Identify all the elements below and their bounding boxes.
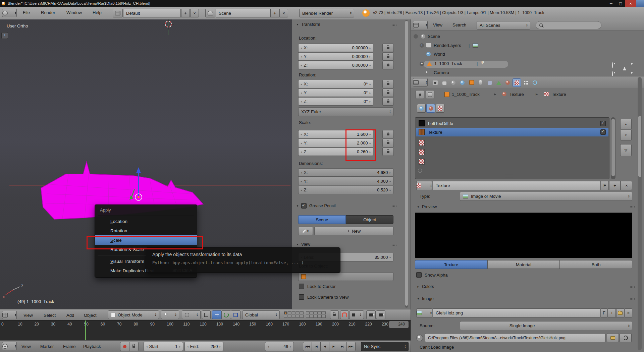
grease-pencil-panel-header[interactable]: Grease Pencil [296, 203, 335, 209]
layer-toggle[interactable] [300, 315, 304, 318]
editor-type-timeline-button[interactable] [2, 342, 17, 350]
layer-toggle[interactable] [284, 315, 287, 318]
layer-toggle[interactable] [306, 311, 310, 314]
rotation-y-field[interactable]: Y:0° [298, 89, 373, 97]
hide-toggle-eye-icon[interactable] [612, 62, 613, 68]
lock-rotation-x-button[interactable] [382, 80, 394, 88]
layer-toggle[interactable] [322, 311, 326, 314]
end-frame-field[interactable]: End:250 [184, 342, 223, 351]
screen-layout-browse-button[interactable] [113, 9, 123, 17]
jump-to-start-button[interactable]: |◀◀ [303, 342, 312, 351]
editor-type-3dview-button[interactable] [2, 311, 17, 319]
show-alpha-checkbox[interactable] [416, 272, 422, 278]
panel-drag-dots-icon[interactable] [630, 298, 635, 300]
grease-pencil-scene-tab[interactable]: Scene [298, 215, 346, 224]
texture-type-dropdown[interactable]: Image or Movie [460, 192, 632, 201]
browse-path-button[interactable] [607, 333, 619, 342]
layer-toggle[interactable] [296, 311, 300, 314]
outliner-view-menu[interactable]: View [433, 22, 442, 27]
layer-toggle[interactable] [284, 311, 287, 314]
keying-lock-button[interactable] [129, 342, 139, 351]
sync-mode-dropdown[interactable]: No Sync [361, 342, 409, 351]
image-name-field[interactable]: GleisHolz.png [433, 308, 600, 317]
layer-toggle[interactable] [300, 311, 304, 314]
layer-toggle[interactable] [318, 315, 322, 318]
layer-toggle[interactable] [288, 315, 291, 318]
panel-drag-dots-icon[interactable] [630, 286, 635, 288]
image-fake-user-button[interactable]: F [601, 308, 607, 317]
scene-browse-button[interactable] [205, 9, 215, 17]
preview-both-tab[interactable]: Both [560, 260, 632, 269]
play-button[interactable]: ▶ [329, 342, 338, 351]
location-y-field[interactable]: Y:0.00000 [298, 52, 373, 61]
timeline-view-menu[interactable]: View [21, 344, 31, 349]
scrollbar-thumb[interactable] [638, 116, 641, 177]
selectable-toggle-icon[interactable] [623, 70, 626, 76]
opengl-render-anim-button[interactable] [376, 310, 385, 319]
other-textures-tab[interactable] [436, 104, 444, 113]
slot-list-scrollbar[interactable] [611, 117, 615, 179]
mode-dropdown[interactable]: Object Mode [108, 310, 159, 319]
menu-item-rotation[interactable]: Rotation [95, 226, 197, 235]
breadcrumb-texture[interactable]: Texture [552, 92, 566, 97]
close-button[interactable]: × [625, 0, 636, 7]
current-frame-field[interactable]: 49 [265, 342, 294, 351]
reload-image-button[interactable] [620, 333, 632, 342]
outliner-row-track[interactable]: 1_1000_Track [434, 61, 462, 66]
rotation-mode-dropdown[interactable]: XYZ Euler [298, 107, 393, 116]
pin-id-button[interactable] [416, 90, 424, 99]
pivot-align-toggle[interactable] [202, 310, 211, 319]
menu-file[interactable]: File [23, 10, 30, 15]
lock-location-z-button[interactable] [382, 61, 394, 69]
view-menu[interactable]: View [23, 313, 33, 318]
layer-toggle[interactable] [296, 315, 300, 318]
jump-next-keyframe-button[interactable]: ▶| [338, 342, 347, 351]
show-alpha-row[interactable]: Show Alpha [416, 272, 448, 278]
texture-slot-loftexdiff[interactable]: LoftTexDiff.fx [416, 119, 608, 128]
lock-camera-checkbox[interactable] [299, 294, 304, 300]
dimension-y-field[interactable]: Y:4.000 [298, 177, 393, 185]
selectable-toggle-icon[interactable] [623, 61, 626, 67]
layer-toggle[interactable] [314, 311, 318, 314]
lock-scale-x-button[interactable] [382, 130, 394, 138]
snap-element-dropdown[interactable] [349, 310, 364, 319]
layer-toggle[interactable] [310, 315, 314, 318]
lock-location-x-button[interactable] [382, 44, 394, 52]
grease-pencil-object-tab[interactable]: Object [346, 215, 393, 224]
layer-toggle[interactable] [292, 311, 296, 314]
slot-move-down-button[interactable]: ▼ [620, 130, 632, 140]
play-reverse-button[interactable]: ◀ [320, 342, 329, 351]
dimension-z-field[interactable]: Z:0.520 [298, 186, 393, 194]
new-texture-button[interactable]: + [609, 181, 621, 190]
layer-toggle[interactable] [318, 311, 322, 314]
viewport-shading-dropdown[interactable] [161, 310, 179, 319]
expand-icon[interactable]: + [420, 43, 424, 48]
layer-toggle[interactable] [288, 311, 291, 314]
lock-rotation-z-button[interactable] [382, 97, 394, 106]
properties-tab-world[interactable] [458, 78, 467, 87]
properties-tab-physics[interactable] [531, 78, 539, 87]
jump-to-end-button[interactable]: ▶▶| [346, 342, 356, 351]
properties-scrollbar[interactable] [638, 77, 642, 350]
grease-pencil-checkbox[interactable] [301, 203, 307, 209]
screen-layout-field[interactable]: Default [123, 9, 181, 17]
colors-panel-header[interactable]: Colors [417, 284, 434, 289]
location-z-field[interactable]: Z:0.00000 [298, 61, 373, 69]
texture-name-field[interactable]: Texture [433, 181, 600, 190]
outliner-row-renderlayers[interactable]: RenderLayers [434, 43, 461, 48]
lock-to-scene-button[interactable] [330, 310, 339, 319]
material-textures-tab[interactable] [426, 104, 435, 113]
texture-browse-button[interactable] [416, 181, 432, 190]
image-panel-header[interactable]: Image [417, 296, 434, 301]
grease-pencil-draw-button[interactable] [298, 227, 313, 235]
panel-drag-dots-icon[interactable] [391, 243, 397, 246]
fake-user-button[interactable]: F [601, 181, 609, 190]
outliner-row-scene[interactable]: Scene [428, 34, 440, 39]
current-frame-line[interactable] [85, 320, 86, 340]
menu-window[interactable]: Window [66, 10, 82, 15]
layer-toggle[interactable] [322, 315, 326, 318]
manipulator-scale-button[interactable] [231, 310, 240, 319]
list-resize-grip[interactable] [505, 175, 513, 177]
hide-toggle-eye-icon[interactable] [612, 71, 613, 76]
properties-tab-object-data[interactable] [494, 78, 503, 87]
